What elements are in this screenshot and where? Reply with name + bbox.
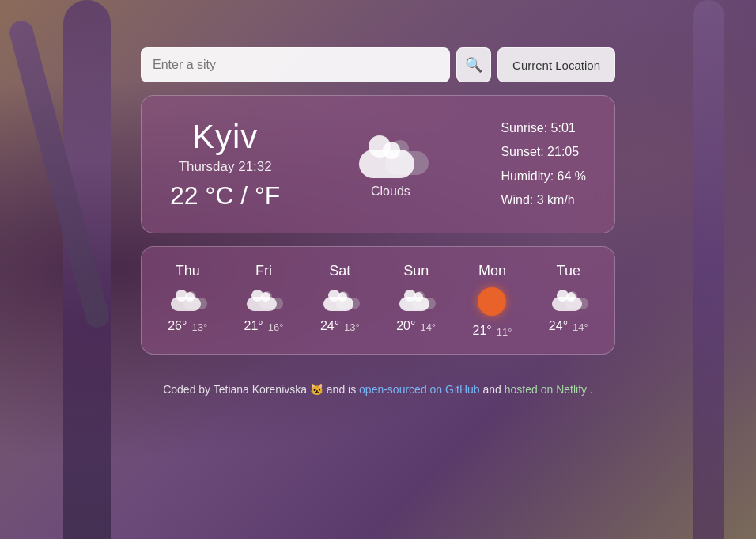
forecast-icon-thu: [171, 287, 204, 311]
weather-center-panel: Clouds: [359, 131, 422, 199]
forecast-icon-fri: [247, 287, 280, 311]
cloud-main: [359, 150, 414, 178]
temps-thu: 26° 13°: [168, 319, 207, 333]
day-label-sat: Sat: [329, 263, 350, 279]
search-bar: 🔍 Current Location: [141, 47, 615, 82]
forecast-day-tue: Tue 24° 14°: [537, 263, 600, 338]
search-icon: 🔍: [465, 56, 482, 74]
main-weather-card: Kyiv Thursday 21:32 22 °C / °F Clouds Su…: [141, 95, 615, 233]
temps-sun: 20° 14°: [396, 319, 436, 333]
sunset-info: Sunset: 21:05: [501, 143, 586, 161]
day-label-thu: Thu: [176, 263, 200, 279]
city-name: Kyiv: [192, 118, 258, 156]
footer: Coded by Tetiana Korenivska 🐱 and is ope…: [163, 383, 593, 396]
temps-mon: 21° 11°: [473, 324, 512, 338]
current-location-button[interactable]: Current Location: [497, 47, 615, 82]
temp-high-mon: 21°: [473, 324, 492, 338]
temperature-value: 22 °C / °F: [170, 181, 280, 210]
footer-text-before: Coded by Tetiana Korenivska 🐱 and is: [163, 383, 359, 396]
forecast-card: Thu 26° 13° Fri 21° 16° Sat: [141, 246, 615, 355]
search-button[interactable]: 🔍: [456, 47, 491, 82]
temp-high-thu: 26°: [168, 319, 187, 333]
forecast-day-sun: Sun 20° 14°: [384, 263, 448, 338]
temperature: 22 °C / °F: [170, 181, 280, 211]
forecast-day-fri: Fri 21° 16°: [232, 263, 295, 338]
temp-high-sat: 24°: [320, 319, 339, 333]
forecast-icon-sun: [399, 287, 433, 311]
forecast-icon-mon: [478, 287, 506, 316]
footer-text-between: and: [483, 383, 505, 396]
weather-details-panel: Sunrise: 5:01 Sunset: 21:05 Humidity: 64…: [501, 120, 586, 210]
temps-sat: 24° 13°: [320, 319, 360, 333]
temp-high-sun: 20°: [396, 319, 415, 333]
forecast-day-sat: Sat 24° 13°: [308, 263, 372, 338]
humidity-info: Humidity: 64 %: [501, 168, 586, 185]
day-label-sun: Sun: [403, 263, 429, 279]
wind-info: Wind: 3 km/h: [501, 192, 586, 209]
day-label-mon: Mon: [478, 263, 506, 279]
forecast-day-thu: Thu 26° 13°: [156, 263, 219, 338]
weather-condition-icon: [359, 131, 422, 178]
temps-fri: 21° 16°: [244, 319, 284, 333]
forecast-icon-tue: [552, 287, 585, 311]
weather-left-panel: Kyiv Thursday 21:32 22 °C / °F: [170, 118, 280, 211]
weather-condition-label: Clouds: [371, 184, 410, 199]
search-input[interactable]: [141, 47, 450, 82]
temp-low-mon: 11°: [497, 326, 512, 338]
forecast-day-mon: Mon 21° 11°: [460, 263, 524, 338]
netlify-link[interactable]: hosted on Netlify: [505, 383, 587, 396]
datetime: Thursday 21:32: [179, 159, 272, 175]
github-link[interactable]: open-sourced on GitHub: [359, 383, 480, 396]
day-label-tue: Tue: [557, 263, 580, 279]
current-location-label: Current Location: [512, 59, 600, 72]
temp-high-fri: 21°: [244, 319, 263, 333]
temp-high-tue: 24°: [549, 319, 568, 333]
sunrise-info: Sunrise: 5:01: [501, 120, 586, 137]
temp-low-fri: 16°: [268, 321, 284, 333]
temp-low-sat: 13°: [344, 321, 360, 333]
temp-low-thu: 13°: [191, 321, 207, 333]
temp-low-tue: 14°: [573, 321, 588, 333]
main-content: 🔍 Current Location Kyiv Thursday 21:32 2…: [0, 0, 756, 396]
forecast-icon-sat: [323, 287, 357, 311]
temp-low-sun: 14°: [420, 321, 436, 333]
day-label-fri: Fri: [255, 263, 272, 279]
temps-tue: 24° 14°: [549, 319, 588, 333]
footer-text-after: .: [590, 383, 593, 396]
